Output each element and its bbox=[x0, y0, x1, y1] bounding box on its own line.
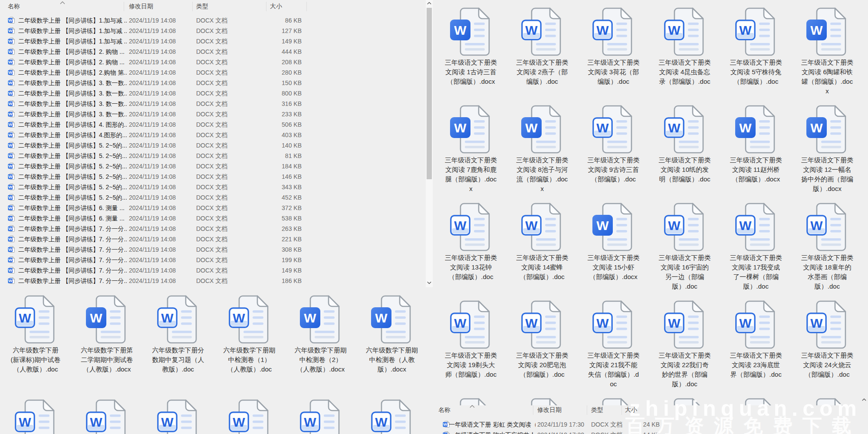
svg-text:W: W bbox=[8, 184, 12, 189]
file-row[interactable]: W二年级数学上册 【同步讲练】5. 2~5的...2024/11/19 14:0… bbox=[0, 151, 425, 161]
file-item[interactable]: W 六年级数学下册(新课标)期中试卷（人教版）.doc bbox=[0, 294, 71, 390]
file-item[interactable]: W 三年级语文下册类文阅读 9古诗三首（部编版）.doc bbox=[578, 104, 649, 200]
file-item[interactable]: W 三年级语文下册类文阅读 17我变成了一棵树（部编版）.doc bbox=[720, 202, 792, 297]
file-row[interactable]: W二年级数学上册 【同步讲练】2. 购物 ...2024/11/19 14:08… bbox=[0, 46, 425, 57]
left-scrollbar[interactable] bbox=[426, 0, 433, 287]
scroll-down-icon[interactable] bbox=[427, 281, 431, 284]
file-type: DOCX 文档 bbox=[196, 246, 227, 254]
file-type: DOCX 文档 bbox=[196, 79, 227, 87]
file-item[interactable]: W 三年级语文下册类文阅读 5守株待兔（部编版）.doc bbox=[720, 7, 792, 102]
file-item[interactable]: W 三年级语文下册类文阅读 1古诗三首（部编版）.docx bbox=[435, 7, 506, 102]
svg-text:W: W bbox=[304, 311, 316, 325]
column-header-size[interactable]: 大小 bbox=[625, 406, 637, 414]
file-item[interactable]: W 三年级语文下册类文阅读 2燕子（部编版）.doc bbox=[506, 7, 578, 102]
file-item[interactable]: W bbox=[0, 398, 71, 434]
file-name: 二年级数学上册 【同步讲练】7. 分一分... bbox=[18, 267, 127, 275]
file-item[interactable]: W 三年级语文下册类文阅读 3荷花（部编版）.doc bbox=[578, 7, 649, 102]
file-item[interactable]: W 三年级语文下册类文阅读 4昆虫备忘录（部编版）.doc bbox=[649, 7, 720, 102]
file-item[interactable]: W 三年级语文下册类文阅读 13花钟（部编版）.doc bbox=[435, 202, 506, 297]
file-row[interactable]: W二年级数学上册 【同步讲练】4. 图形的...2024/11/19 14:08… bbox=[0, 119, 425, 130]
word-file-icon-small: W bbox=[8, 277, 15, 284]
file-item[interactable]: W 六年级数学下册分数期中复习题（人教版）.doc bbox=[142, 294, 214, 390]
file-row[interactable]: W二年级数学上册 【同步讲练】7. 分一分...2024/11/19 14:08… bbox=[0, 244, 425, 255]
file-item[interactable]: W 三年级语文下册类文阅读 19剃头大师（部编版）.doc bbox=[435, 299, 506, 395]
file-item[interactable]: W 三年级语文下册类文阅读 23海底世界（部编版）.doc bbox=[720, 299, 792, 395]
file-item[interactable]: W 三年级语文下册类文阅读 15小虾（部编版）.docx bbox=[578, 202, 649, 297]
file-row[interactable]: W二年级数学上册 【同步讲练】7. 分一分...2024/11/19 14:08… bbox=[0, 224, 425, 234]
file-row[interactable]: W二年级数学上册 【同步讲练】4.图形的...2024/11/19 14:08D… bbox=[0, 130, 425, 140]
file-row[interactable]: W二年级数学上册 【同步讲练】1.加与减 ...2024/11/19 14:08… bbox=[0, 36, 425, 46]
file-item[interactable]: W bbox=[71, 398, 142, 434]
file-item[interactable]: W 三年级语文下册类文阅读 7鹿角和鹿腿（部编版）.docx bbox=[435, 104, 506, 200]
file-row[interactable]: W二年级数学上册 【同步讲练】7. 分一分...2024/11/19 14:08… bbox=[0, 265, 425, 276]
column-header-name[interactable]: 名称 bbox=[438, 406, 450, 414]
file-date: 2024/11/19 14:08 bbox=[129, 38, 176, 45]
file-item[interactable]: W 六年级数学下册第二学期期中测试卷（人教版）.docx bbox=[71, 294, 142, 390]
file-row[interactable]: W二年级数学上册 【同步讲练】3. 数一数...2024/11/19 14:08… bbox=[0, 88, 425, 99]
file-item[interactable]: W bbox=[214, 398, 285, 434]
file-row[interactable]: W二年级数学上册 【同步讲练】3. 数一数...2024/11/19 14:08… bbox=[0, 99, 425, 109]
scrollbar-thumb[interactable] bbox=[427, 8, 432, 179]
file-row[interactable]: W二年级数学上册 【同步讲练】1.加与减 ...2024/11/19 14:08… bbox=[0, 26, 425, 36]
file-row[interactable]: W二年级数学上册 【同步讲练】3. 数一数...2024/11/19 14:08… bbox=[0, 78, 425, 88]
file-row[interactable]: W二年级数学上册 【同步讲练】6. 测量 ...2024/11/19 14:08… bbox=[0, 213, 425, 224]
file-row[interactable]: W二年级数学上册 【同步讲练】2. 购物 ...2024/11/19 14:08… bbox=[0, 57, 425, 67]
file-type: DOCX 文档 bbox=[196, 48, 227, 56]
file-row[interactable]: W二年级数学上册 【同步讲练】5. 2~5的...2024/11/19 14:0… bbox=[0, 161, 425, 171]
file-item[interactable]: W bbox=[356, 398, 427, 434]
file-item[interactable]: W bbox=[285, 398, 356, 434]
file-name: 二年级数学上册 【同步讲练】7. 分一分... bbox=[18, 246, 127, 254]
svg-text:W: W bbox=[668, 218, 681, 233]
file-label: 三年级语文下册类文阅读 2燕子（部编版）.doc bbox=[515, 58, 569, 86]
scroll-up-icon[interactable] bbox=[862, 398, 866, 401]
file-item[interactable]: W 三年级语文下册类文阅读 16宇宙的另一边（部编版）.doc bbox=[649, 202, 720, 297]
file-item[interactable]: W 六年级数学下册期中检测卷（1）（人教版）.doc bbox=[214, 294, 285, 390]
file-item[interactable]: W 六年级数学下册期中检测卷（人教版）.docx bbox=[356, 294, 427, 390]
file-row[interactable]: W二年级数学上册 【同步讲练】2.购物 第...2024/11/19 14:08… bbox=[0, 67, 425, 78]
file-row[interactable]: W二年级数学上册 【同步讲练】3. 数一数...2024/11/19 14:08… bbox=[0, 109, 425, 119]
file-row[interactable]: W二年级数学上册 【同步讲练】7. 分一分...2024/11/19 14:08… bbox=[0, 255, 425, 265]
file-item[interactable]: W bbox=[142, 398, 214, 434]
word-file-icon-small: W bbox=[8, 69, 15, 76]
file-row[interactable]: W二年级数学上册 【同步讲练】5. 2~5的...2024/11/19 14:0… bbox=[0, 140, 425, 151]
file-row[interactable]: W二年级数学上册 【同步讲练】6. 测量 ...2024/11/19 14:08… bbox=[0, 203, 425, 213]
file-item[interactable]: W 三年级语文下册类文阅读 12一幅名扬中外的画（部编版）.docx bbox=[792, 104, 863, 200]
file-row[interactable]: W二年级数学上册 【同步讲练】5. 2~5的...2024/11/19 14:0… bbox=[0, 192, 425, 203]
word-file-icon: W bbox=[228, 398, 271, 434]
file-row[interactable]: W二年级数学上册 【同步讲练】1.加与减 ...2024/11/19 14:08… bbox=[0, 15, 425, 26]
file-date: 2024/11/19 14:08 bbox=[129, 90, 176, 97]
file-item[interactable]: W 三年级语文下册类文阅读 22我们奇妙的世界（部编版）.doc bbox=[649, 299, 720, 395]
column-header-date[interactable]: 修改日期 bbox=[537, 406, 562, 414]
column-header-type[interactable]: 类型 bbox=[196, 3, 208, 10]
file-row[interactable]: W二年级数学上册 【同步讲练】7. 分一分...2024/11/19 14:08… bbox=[0, 276, 425, 286]
file-row[interactable]: W二年级数学上册 【同步讲练】5. 2~5的...2024/11/19 14:0… bbox=[0, 182, 425, 192]
scroll-up-icon[interactable] bbox=[427, 2, 431, 5]
column-header-size[interactable]: 大小 bbox=[270, 3, 282, 10]
file-item[interactable]: W 三年级语文下册类文阅读 24火烧云（部编版）.doc bbox=[792, 299, 863, 395]
file-item[interactable]: W 三年级语文下册类文阅读 18童年的水墨画（部编版）.doc bbox=[792, 202, 863, 297]
file-row[interactable]: W二年级数学上册 【同步讲练】5. 2~5的...2024/11/19 14:0… bbox=[0, 171, 425, 182]
file-item[interactable]: W 三年级语文下册类文阅读 10纸的发明（部编版）.doc bbox=[649, 104, 720, 200]
file-size: 403 KB bbox=[250, 132, 302, 138]
word-file-icon-small: W bbox=[8, 89, 15, 97]
file-type: DOCX 文档 bbox=[196, 121, 227, 129]
word-file-icon: W bbox=[520, 104, 564, 155]
word-file-icon-small: W bbox=[8, 173, 15, 180]
file-explorer: 名称 修改日期 类型 大小 W二年级数学上册 【同步讲练】1.加与减 ...20… bbox=[0, 0, 868, 434]
file-date: 2024/11/19 14:08 bbox=[129, 194, 176, 201]
file-item[interactable]: W 三年级语文下册类文阅读 20肥皂泡（部编版）.doc bbox=[506, 299, 578, 395]
file-item[interactable]: W 三年级语文下册类文阅读 8池子与河流（部编版）.docx bbox=[506, 104, 578, 200]
svg-text:W: W bbox=[8, 268, 12, 273]
file-item[interactable]: W 三年级语文下册类文阅读 11赵州桥（部编版）.docx bbox=[720, 104, 792, 200]
column-header-name[interactable]: 名称 bbox=[8, 3, 20, 10]
file-row[interactable]: W二年级数学上册 【同步讲练】7. 分一分...2024/11/19 14:08… bbox=[0, 234, 425, 244]
file-name: 二年级数学上册 【同步讲练】3. 数一数... bbox=[18, 100, 127, 108]
file-item[interactable]: W 三年级语文下册类文阅读 14蜜蜂（部编版）.doc bbox=[506, 202, 578, 297]
column-header-date[interactable]: 修改日期 bbox=[129, 3, 153, 10]
file-item[interactable]: W 三年级语文下册类文阅读 21我不能失信（部编版）.doc bbox=[578, 299, 649, 395]
file-item[interactable]: W 六年级数学下册期中检测卷（2）（人教版）.docx bbox=[285, 294, 356, 390]
column-header-type[interactable]: 类型 bbox=[591, 406, 603, 414]
file-item[interactable]: W 三年级语文下册类文阅读 6陶罐和铁罐（部编版）.docx bbox=[792, 7, 863, 102]
file-name: 二年级数学上册 【同步讲练】5. 2~5的... bbox=[18, 194, 127, 202]
file-type: DOCX 文档 bbox=[196, 17, 227, 25]
